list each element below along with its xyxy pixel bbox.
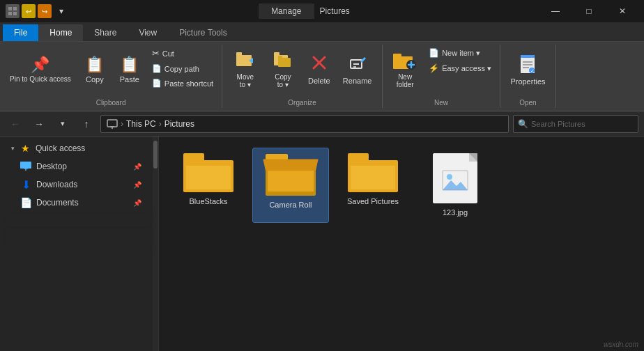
pasteshortcut-icon: 📄 bbox=[152, 79, 162, 88]
svg-rect-10 bbox=[278, 56, 282, 58]
content-area: BlueStacks Camera Roll Saved Pictures bbox=[159, 136, 644, 351]
tab-file[interactable]: File bbox=[3, 24, 38, 41]
downloads-pin: 📌 bbox=[133, 181, 141, 189]
quick-access-label: Quick access bbox=[36, 143, 85, 153]
ribbon-group-organize: Moveto ▾ Copyto ▾ bbox=[222, 45, 383, 108]
sidebar: ▾ ★ Quick access Desktop 📌 ⬇ Downloads 📌… bbox=[0, 136, 159, 351]
addr-sep2: › bbox=[159, 119, 162, 129]
properties-button[interactable]: ✓ Properties bbox=[505, 46, 551, 93]
new-small-buttons: 📄 New item ▾ ⚡ Easy access ▾ bbox=[424, 46, 496, 75]
newitem-icon: 📄 bbox=[429, 48, 439, 58]
desktop-label: Desktop bbox=[36, 162, 67, 171]
tab-share[interactable]: Share bbox=[83, 24, 128, 41]
folder-icon-bluestacks bbox=[183, 153, 233, 192]
window-controls: — □ ✕ bbox=[539, 0, 638, 22]
desktop-icon bbox=[20, 160, 32, 173]
svg-point-36 bbox=[447, 174, 452, 180]
properties-label: Properties bbox=[510, 77, 545, 86]
delete-button[interactable]: Delete bbox=[302, 46, 336, 93]
search-box[interactable]: 🔍 Search Pictures bbox=[513, 115, 638, 133]
svg-rect-0 bbox=[8, 7, 12, 10]
pin-to-quick-access-button[interactable]: 📌 Pin to Quick access bbox=[4, 46, 77, 93]
clipboard-buttons: 📌 Pin to Quick access 📋 Copy 📋 Paste ✂ C… bbox=[4, 46, 217, 96]
saved-pictures-label: Saved Pictures bbox=[347, 196, 399, 206]
tab-view[interactable]: View bbox=[128, 24, 168, 41]
file-item-bluestacks[interactable]: BlueStacks bbox=[170, 148, 247, 223]
close-button[interactable]: ✕ bbox=[606, 0, 638, 22]
svg-rect-5 bbox=[236, 52, 242, 56]
forward-button[interactable]: → bbox=[29, 114, 49, 134]
svg-rect-32 bbox=[20, 162, 31, 169]
up-button[interactable]: ↑ bbox=[77, 114, 96, 134]
clipboard-label: Clipboard bbox=[96, 96, 126, 107]
redo-icon[interactable]: ↪ bbox=[38, 4, 52, 18]
sidebar-blurred-item-2 bbox=[6, 231, 153, 248]
ribbon-group-new: Newfolder 📄 New item ▾ ⚡ Easy access ▾ N… bbox=[383, 45, 500, 108]
paste-shortcut-button[interactable]: 📄 Paste shortcut bbox=[148, 77, 217, 90]
svg-rect-1 bbox=[13, 7, 17, 10]
app-icon bbox=[6, 4, 20, 18]
pin-label: Pin to Quick access bbox=[10, 75, 71, 84]
svg-rect-23 bbox=[521, 55, 535, 58]
moveto-icon bbox=[235, 51, 256, 72]
svg-rect-2 bbox=[8, 12, 12, 15]
svg-text:✓: ✓ bbox=[530, 68, 535, 73]
ribbon-group-open: ✓ Properties Open bbox=[500, 45, 556, 108]
paste-button[interactable]: 📋 Paste bbox=[113, 46, 146, 93]
open-label: Open bbox=[519, 96, 536, 107]
file-item-123jpg[interactable]: 123.jpg bbox=[417, 148, 493, 223]
watermark: wsxdn.com bbox=[604, 341, 638, 348]
new-label: New bbox=[434, 96, 448, 107]
new-folder-button[interactable]: Newfolder bbox=[387, 46, 423, 93]
documents-label: Documents bbox=[36, 198, 79, 208]
newfolder-icon bbox=[392, 51, 417, 72]
expand-icon: ▾ bbox=[11, 145, 15, 152]
desktop-pin: 📌 bbox=[133, 163, 141, 171]
rename-label: Rename bbox=[343, 77, 372, 85]
123jpg-label: 123.jpg bbox=[443, 208, 468, 217]
back-button[interactable]: ← bbox=[6, 114, 25, 134]
downloads-label: Downloads bbox=[36, 180, 77, 189]
copy-large-icon: 📋 bbox=[85, 56, 104, 74]
copy-label: Copy bbox=[86, 75, 104, 84]
rename-button[interactable]: Rename bbox=[337, 46, 378, 93]
computer-icon bbox=[107, 118, 118, 130]
address-box[interactable]: › This PC › Pictures bbox=[100, 115, 509, 133]
sidebar-item-desktop[interactable]: Desktop 📌 bbox=[0, 157, 158, 176]
pin-icon: 📌 bbox=[31, 56, 49, 74]
tab-manage[interactable]: Manage bbox=[259, 3, 314, 19]
recent-locations-button[interactable]: ▾ bbox=[53, 114, 72, 134]
new-buttons: Newfolder 📄 New item ▾ ⚡ Easy access ▾ bbox=[387, 46, 496, 96]
file-item-camera-roll[interactable]: Camera Roll bbox=[252, 148, 329, 223]
sidebar-item-quick-access[interactable]: ▾ ★ Quick access bbox=[0, 139, 158, 157]
title-center: Manage Pictures bbox=[69, 3, 539, 19]
maximize-button[interactable]: □ bbox=[573, 0, 605, 22]
search-icon: 🔍 bbox=[518, 119, 528, 129]
cut-button[interactable]: ✂ Cut bbox=[148, 46, 217, 61]
open-buttons: ✓ Properties bbox=[505, 46, 551, 96]
address-bar: ← → ▾ ↑ › This PC › Pictures 🔍 Search Pi… bbox=[0, 111, 644, 136]
properties-icon: ✓ bbox=[518, 54, 537, 76]
svg-rect-3 bbox=[13, 12, 17, 15]
newfolder-label: Newfolder bbox=[397, 73, 414, 88]
copy-to-button[interactable]: Copyto ▾ bbox=[265, 46, 301, 93]
camera-roll-label: Camera Roll bbox=[269, 200, 312, 210]
file-item-saved-pictures[interactable]: Saved Pictures bbox=[335, 148, 411, 223]
delete-label: Delete bbox=[308, 77, 330, 85]
copy-button[interactable]: 📋 Copy bbox=[78, 46, 112, 93]
move-to-button[interactable]: Moveto ▾ bbox=[227, 46, 263, 93]
tab-picture-tools[interactable]: Picture Tools bbox=[168, 24, 238, 41]
ribbon-group-clipboard: 📌 Pin to Quick access 📋 Copy 📋 Paste ✂ C… bbox=[0, 45, 222, 108]
quick-access-dropdown[interactable]: ▾ bbox=[54, 3, 69, 19]
search-placeholder: Search Pictures bbox=[531, 120, 585, 128]
quick-access-bar: ↩ ↪ ▾ bbox=[6, 3, 69, 19]
new-item-button[interactable]: 📄 New item ▾ bbox=[424, 46, 496, 60]
sidebar-item-documents[interactable]: 📄 Documents 📌 bbox=[0, 194, 158, 212]
sidebar-item-downloads[interactable]: ⬇ Downloads 📌 bbox=[0, 176, 158, 194]
tab-home[interactable]: Home bbox=[38, 24, 83, 41]
copy-path-button[interactable]: 📄 Copy path bbox=[148, 62, 217, 75]
minimize-button[interactable]: — bbox=[539, 0, 572, 22]
svg-marker-37 bbox=[443, 180, 468, 190]
undo-icon[interactable]: ↩ bbox=[22, 4, 36, 18]
easy-access-button[interactable]: ⚡ Easy access ▾ bbox=[424, 61, 496, 75]
